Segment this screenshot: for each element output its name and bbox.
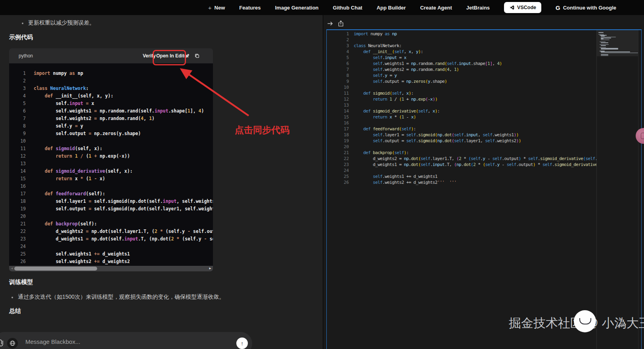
list-item: 更新权重以减少预测误差。 bbox=[22, 19, 95, 27]
nav-app-builder[interactable]: App Builder bbox=[377, 5, 406, 11]
code-line: 22 d_weights2 = np.dot(self.layer1.T, (2… bbox=[9, 228, 213, 235]
code-line: 19 self.output = self.sigmoid(np.dot(sel… bbox=[9, 205, 213, 213]
editor-code-area[interactable]: 1import numpy as np23class NeuralNetwork… bbox=[327, 30, 596, 349]
heading-example-code: 示例代码 bbox=[9, 34, 33, 41]
avatar-face bbox=[579, 318, 591, 324]
code-line: 7 self.weights2 = np.random.rand(4, 1) bbox=[9, 115, 213, 122]
code-line: 20 bbox=[9, 213, 213, 220]
attachment-icon[interactable] bbox=[0, 339, 5, 347]
scroll-right-arrow[interactable]: ► bbox=[209, 266, 212, 271]
nav-jetbrains[interactable]: JetBrains bbox=[466, 5, 490, 11]
google-signin-button[interactable]: G Continue with Google bbox=[556, 4, 616, 11]
code-line: 17 def feedforward(self): bbox=[9, 190, 213, 198]
top-nav: + New Features Image Generation Github C… bbox=[0, 0, 644, 15]
minimap-line bbox=[601, 51, 630, 52]
code-line: 22 d_weights2 = np.dot(self.layer1.T, (2… bbox=[327, 156, 596, 162]
send-button[interactable]: ↑ bbox=[236, 338, 248, 349]
code-line: 25 self.weights1 += d_weights1 bbox=[327, 174, 596, 179]
code-line: 23 d_weights1 = np.dot(self.input.T, (np… bbox=[9, 235, 213, 243]
code-line: 16 bbox=[327, 120, 596, 126]
code-line: 11 def sigmoid(self, x): bbox=[9, 145, 213, 153]
minimap[interactable] bbox=[596, 30, 638, 349]
code-line: 5 self.input = x bbox=[9, 100, 213, 107]
nav-new[interactable]: + New bbox=[208, 4, 225, 11]
message-input[interactable] bbox=[25, 338, 213, 345]
code-line: 2 bbox=[9, 77, 213, 85]
code-line: 5 self.input = x bbox=[327, 55, 596, 61]
minimap-line bbox=[601, 36, 605, 36]
code-line: 10 bbox=[9, 137, 213, 145]
code-line: 2 bbox=[327, 37, 596, 43]
minimap-line bbox=[598, 32, 604, 33]
share-icon[interactable] bbox=[337, 20, 344, 27]
nav-new-label: New bbox=[215, 5, 225, 11]
heading-summary: 总结 bbox=[9, 307, 21, 315]
minimap-line bbox=[601, 49, 619, 50]
vscode-button-label: VSCode bbox=[517, 5, 536, 10]
code-line: 13 bbox=[9, 160, 213, 168]
scrollbar-divider bbox=[638, 30, 638, 349]
code-line: 25 self.weights1 += d_weights1 bbox=[9, 250, 213, 258]
code-line: 8 self.y = y bbox=[327, 72, 596, 78]
code-line: 6 self.weights1 = np.random.rand(self.in… bbox=[9, 107, 213, 115]
code-block-header: python Verify Open In Editor bbox=[9, 48, 213, 63]
code-line: 17 def feedforward(self): bbox=[327, 126, 596, 132]
minimap-line bbox=[601, 45, 606, 46]
code-line: 18 self.layer1 = self.sigmoid(np.dot(sel… bbox=[9, 198, 213, 205]
code-line: 14 def sigmoid_derivative(self, x): bbox=[9, 168, 213, 175]
nav-create-agent[interactable]: Create Agent bbox=[420, 5, 452, 11]
code-line: 8 self.y = y bbox=[9, 122, 213, 130]
code-block-content: 1import numpy as np23class NeuralNetwork… bbox=[9, 63, 213, 266]
web-search-button[interactable] bbox=[7, 338, 18, 349]
scroll-left-arrow[interactable]: ◄ bbox=[10, 266, 13, 271]
bullet-icon bbox=[22, 23, 23, 24]
code-line: 21 def backprop(self): bbox=[9, 220, 213, 228]
code-line: 13 bbox=[327, 102, 596, 108]
chat-content-panel: 更新权重以减少预测误差。 示例代码 python Verify Open In … bbox=[0, 15, 323, 349]
code-line: 10 bbox=[327, 84, 596, 90]
code-line: 4 def __init__(self, x, y): bbox=[327, 49, 596, 55]
code-line: 15 return x * (1 - x) bbox=[327, 114, 596, 120]
code-line: 21 def backprop(self): bbox=[327, 150, 596, 156]
code-line: 3class NeuralNetwork: bbox=[9, 85, 213, 92]
scrollbar-thumb[interactable] bbox=[14, 267, 97, 271]
minimap-line bbox=[600, 44, 609, 45]
code-line: 24 bbox=[9, 243, 213, 250]
code-line: 6 self.weights1 = np.random.rand(self.in… bbox=[327, 61, 596, 67]
bullet-icon bbox=[12, 297, 13, 298]
heading-train-model: 训练模型 bbox=[9, 278, 33, 286]
minimap-line bbox=[601, 42, 608, 43]
code-line: 15 return x * (1 - x) bbox=[9, 175, 213, 183]
code-line: 3class NeuralNetwork: bbox=[327, 43, 596, 49]
minimap-line bbox=[600, 42, 606, 42]
minimap-line bbox=[601, 38, 604, 39]
vscode-editor-panel: 1import numpy as np23class NeuralNetwork… bbox=[323, 15, 644, 349]
watermark-avatar bbox=[574, 310, 596, 332]
vscode-icon bbox=[509, 5, 515, 10]
forward-arrow-icon[interactable] bbox=[327, 20, 334, 27]
plus-icon: + bbox=[208, 4, 212, 11]
nav-features[interactable]: Features bbox=[239, 5, 261, 11]
code-line: 26 self.weights2 += d_weights2 bbox=[9, 258, 213, 265]
language-label: python bbox=[19, 53, 33, 59]
edit-icon[interactable] bbox=[184, 53, 190, 59]
copy-icon[interactable] bbox=[194, 53, 200, 59]
list-item-text: 更新权重以减少预测误差。 bbox=[28, 19, 95, 27]
up-arrow-icon: ↑ bbox=[241, 340, 243, 347]
horizontal-scrollbar[interactable]: ◄ ► bbox=[9, 266, 213, 271]
code-line: 7 self.weights2 = np.random.rand(4, 1) bbox=[327, 67, 596, 72]
code-line: 1import numpy as np bbox=[327, 31, 596, 37]
minimap-line bbox=[601, 54, 608, 55]
editor-toolbar bbox=[327, 20, 344, 27]
code-line: 16 bbox=[9, 183, 213, 190]
code-line: 12 return 1 / (1 + np.exp(-x)) bbox=[327, 96, 596, 102]
nav-github-chat[interactable]: Github Chat bbox=[333, 5, 362, 11]
app: + New Features Image Generation Github C… bbox=[0, 0, 644, 349]
verify-button[interactable]: Verify bbox=[143, 53, 156, 59]
code-line: 26 self.weights2 += d_weights2''' ''' bbox=[327, 179, 596, 185]
nav-image-generation[interactable]: Image Generation bbox=[275, 5, 319, 11]
code-line: 19 self.output = self.sigmoid(np.dot(sel… bbox=[327, 138, 596, 144]
editor-focused-region: 1import numpy as np23class NeuralNetwork… bbox=[326, 29, 642, 349]
vscode-button[interactable]: VSCode bbox=[504, 2, 541, 13]
message-composer: ↑ bbox=[0, 332, 252, 349]
